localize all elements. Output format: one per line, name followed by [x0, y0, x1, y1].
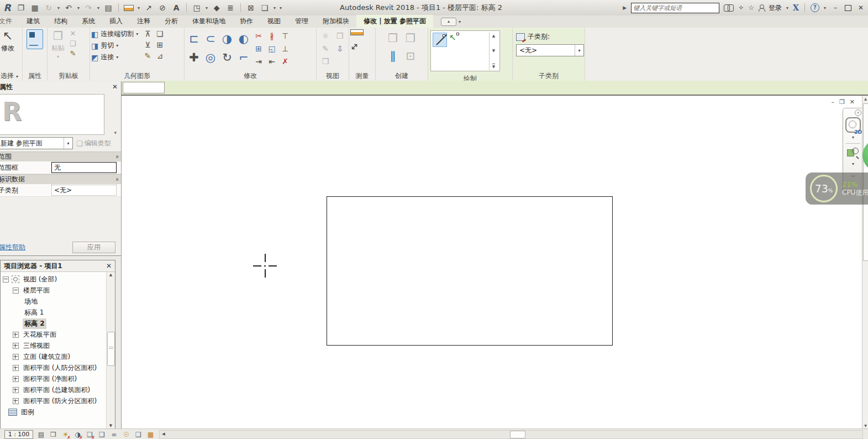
help-icon[interactable]: ? — [811, 3, 819, 12]
expand-box-icon[interactable] — [13, 398, 19, 404]
zoom-caret-icon[interactable]: ▾ — [852, 161, 854, 166]
open-icon[interactable]: ❐ — [16, 3, 26, 12]
sign-in-icon[interactable] — [759, 4, 764, 11]
properties-close-icon[interactable]: ✕ — [112, 83, 118, 91]
linework-brush-icon[interactable]: ✎ — [322, 44, 329, 53]
gallery-down-icon[interactable]: ▼ — [492, 49, 495, 53]
scrollbar-thumb[interactable] — [510, 431, 525, 438]
expand-box-icon[interactable] — [13, 332, 19, 338]
type-selector-caret-icon[interactable]: ▾ — [114, 130, 117, 135]
tab-systems[interactable]: 系统 — [75, 15, 102, 28]
mirror-draw-axis-icon[interactable]: ◐ — [239, 32, 249, 45]
mirror-pick-axis-icon[interactable]: ◑ — [222, 32, 232, 45]
reference-plane-stack-icon[interactable]: ∥ — [390, 49, 396, 62]
thin-lines-icon[interactable]: ≣ — [225, 3, 235, 12]
split-element-icon[interactable]: ✂ — [255, 32, 262, 40]
cut-icon[interactable]: ✕ — [70, 29, 76, 38]
tab-view[interactable]: 视图 — [260, 15, 288, 28]
worksharing-display-icon[interactable]: ▦ — [146, 431, 155, 438]
copy-element-icon[interactable]: ◎ — [206, 51, 215, 64]
drawing-area[interactable]: – ❐ ✕ ✕ 2D ▾ ▾ − — [121, 96, 862, 428]
measure-caret-icon[interactable]: ▾ — [138, 6, 140, 11]
show-crop-region-icon[interactable]: ❑ — [98, 431, 106, 438]
view-close-icon[interactable]: ✕ — [850, 98, 855, 106]
tree-item-floor-plans[interactable]: 楼层平面 — [1, 285, 115, 296]
view-box-icon[interactable]: ❒ — [322, 57, 329, 66]
search-input[interactable] — [631, 3, 719, 13]
tab-addins[interactable]: 附加模块 — [315, 15, 356, 28]
pin-icon[interactable]: ⊤ — [282, 32, 288, 40]
tag-by-category-icon[interactable]: ⊘ — [157, 3, 167, 12]
view-lightbulb-icon[interactable]: ☼ — [322, 32, 329, 40]
pick-lines-cluster-icon[interactable]: ⊡ — [406, 49, 415, 62]
close-button[interactable]: ✕ — [856, 4, 866, 12]
tree-item-area-plans-gross[interactable]: 面积平面 (总建筑面积) — [1, 384, 115, 395]
tab-file[interactable]: 文件 — [0, 15, 19, 28]
properties-help-link[interactable]: 属性帮助 — [0, 243, 25, 252]
trim-extend-corner-icon[interactable]: ⌐ — [239, 51, 249, 64]
temporary-view-properties-icon[interactable]: ❑ — [134, 431, 143, 438]
tree-item-level-1[interactable]: 标高 1 — [1, 307, 115, 318]
cope-button[interactable]: ◧ 连接端切割▾ — [91, 29, 138, 39]
communication-center-icon[interactable]: ✧ — [738, 4, 744, 12]
gallery-up-icon[interactable]: ▲ — [492, 34, 495, 38]
tab-annotate[interactable]: 注释 — [130, 15, 157, 28]
wall-joins-icon[interactable]: ⊞ — [155, 40, 165, 49]
tree-item-views[interactable]: 视图 (全部) — [1, 274, 115, 285]
switch-caret-icon[interactable]: ▾ — [273, 6, 276, 11]
tree-item-legends[interactable]: 图例 — [1, 406, 115, 417]
section-header-identity-data[interactable]: 标识数据 « — [0, 174, 121, 184]
match-type-icon[interactable]: ✎ — [70, 49, 76, 58]
text-icon[interactable]: A — [171, 3, 181, 12]
revit-logo-icon[interactable]: R — [2, 2, 12, 13]
collapse-chevron-icon[interactable]: « — [114, 155, 120, 158]
split-face-icon[interactable]: ✎ — [143, 51, 152, 60]
tree-item-schedules[interactable]: 明细表/数量 — [1, 417, 115, 419]
tab-massing-site[interactable]: 体量和场地 — [185, 15, 233, 28]
redo-icon[interactable]: ↷ — [83, 3, 93, 12]
edit-type-button[interactable]: ❑ 编辑类型 — [76, 139, 111, 148]
tab-architecture[interactable]: 建筑 — [19, 15, 47, 28]
align-icon[interactable]: ⊏ — [189, 32, 199, 45]
expand-box-icon[interactable] — [13, 376, 19, 382]
trim-extend-single-icon[interactable]: ⇥ — [255, 57, 262, 66]
gallery-expand-icon[interactable]: ▼ — [492, 64, 495, 69]
wheel-caret-icon[interactable]: ▾ — [852, 135, 854, 140]
search-icon[interactable] — [724, 4, 734, 11]
view-minimize-icon[interactable]: – — [831, 98, 834, 106]
detail-level-icon[interactable]: ▤ — [37, 431, 45, 438]
tree-item-ceiling-plans[interactable]: 天花板平面 — [1, 329, 115, 340]
shadows-icon[interactable]: ◑✗ — [73, 431, 82, 438]
delete-icon[interactable]: ✗ — [282, 57, 288, 66]
tree-item-area-plans-civil-defense[interactable]: 面积平面 (人防分区面积) — [1, 362, 115, 373]
zoom-region-icon[interactable] — [847, 147, 859, 158]
tree-item-3d-views[interactable]: 三维视图 — [1, 340, 115, 351]
print-icon[interactable]: ▤ — [103, 3, 113, 12]
properties-button[interactable] — [27, 29, 43, 49]
default-3d-view-icon[interactable]: ◳ — [192, 3, 202, 12]
scroll-left-icon[interactable]: ◀ — [160, 431, 167, 438]
scrollbar-thumb[interactable] — [107, 332, 115, 366]
signin-caret-icon[interactable]: ▾ — [786, 6, 788, 11]
visual-style-icon[interactable]: ❒ — [49, 431, 57, 438]
array-icon[interactable]: ⊞ — [255, 44, 262, 53]
tab-modify-place-reference-plane[interactable]: 修改 | 放置 参照平面 — [356, 15, 433, 28]
tab-insert[interactable]: 插入 — [102, 15, 130, 28]
steering-wheel-icon[interactable]: 2D — [845, 117, 861, 133]
scale-button[interactable]: 1 : 100 — [4, 430, 33, 439]
sync-caret-icon[interactable]: ▾ — [57, 6, 60, 11]
ribbon-collapse-button[interactable]: ▴ — [441, 18, 456, 26]
undo-icon[interactable]: ↶ — [64, 3, 73, 12]
help-caret-icon[interactable]: ▾ — [824, 6, 826, 11]
modify-tool-button[interactable]: ↖ 修改 — [0, 29, 18, 53]
redo-caret-icon[interactable]: ▾ — [97, 6, 99, 11]
render-icon[interactable]: ❒ — [336, 32, 344, 40]
pick-lines-tool[interactable]: ↖ — [449, 33, 460, 46]
measure-icon[interactable] — [124, 5, 134, 11]
switch-windows-icon[interactable]: ❑ — [260, 3, 270, 12]
scale-icon[interactable]: ◱ — [268, 44, 275, 53]
subcategory-value-field[interactable]: <无> — [51, 185, 117, 196]
split-with-gap-icon[interactable]: ∦ — [270, 32, 274, 40]
tab-structure[interactable]: 结构 — [47, 15, 75, 28]
gallery-scrollbar[interactable]: ▲ ▼ ▼ — [489, 33, 498, 70]
